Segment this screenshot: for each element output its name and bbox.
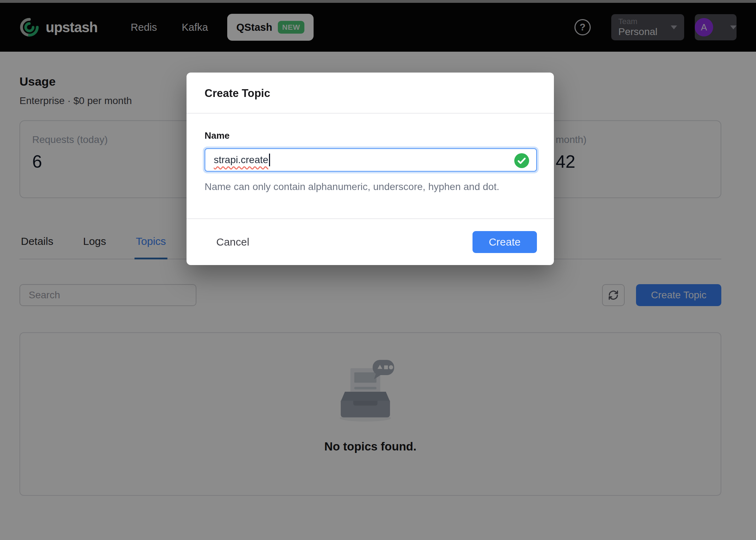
- modal-title: Create Topic: [205, 87, 537, 100]
- create-button[interactable]: Create: [472, 231, 537, 253]
- topic-name-value: strapi.create: [214, 154, 268, 166]
- modal-footer: Cancel Create: [187, 218, 554, 265]
- name-field-helper: Name can only contain alphanumeric, unde…: [205, 181, 537, 193]
- cancel-button[interactable]: Cancel: [204, 231, 262, 253]
- text-cursor: [269, 154, 270, 166]
- modal-header: Create Topic: [187, 73, 554, 114]
- modal-body: Name strapi.create Name can only contain…: [187, 114, 554, 218]
- valid-check-icon: [514, 153, 529, 168]
- topic-name-input[interactable]: strapi.create: [205, 148, 537, 172]
- name-field-label: Name: [205, 130, 537, 141]
- create-topic-modal: Create Topic Name strapi.create Name can…: [187, 73, 554, 265]
